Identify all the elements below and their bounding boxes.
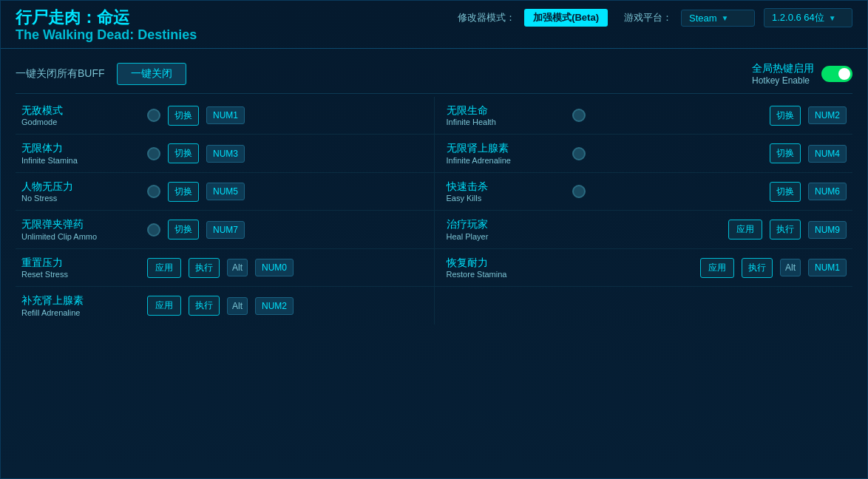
feature-en-infinite-stamina: Infinite Stamina (21, 155, 140, 166)
feature-en-no-stress: No Stress (21, 193, 140, 203)
exec-btn-heal-player[interactable]: 执行 (770, 220, 801, 239)
feature-info-reset-stress: 重置压力 Reset Stress (21, 256, 140, 279)
feature-cell-restore-stamina: 恢复耐力 Restore Stamina 应用 执行 Alt NUM1 (435, 249, 853, 286)
feature-cell-refill-adrenaline: 补充肾上腺素 Refill Adrenaline 应用 执行 Alt NUM2 (16, 287, 435, 324)
feature-en-reset-stress: Reset Stress (21, 269, 140, 279)
toggle-unlimited-ammo[interactable] (147, 223, 160, 237)
global-hotkey-toggle[interactable] (821, 66, 852, 82)
feature-row-1: 无限体力 Infinite Stamina 切换 NUM3 无限肾上腺素 Inf… (16, 135, 852, 172)
key-alt-badge-restore-stamina: Alt (780, 259, 801, 276)
feature-cell-infinite-adrenaline: 无限肾上腺素 Infinite Adrenaline 切换 NUM4 (435, 135, 853, 171)
version-value: 1.2.0.6 64位 (772, 11, 824, 24)
feature-cn-infinite-adrenaline: 无限肾上腺素 (447, 141, 565, 154)
toggle-infinite-stamina[interactable] (147, 147, 160, 160)
switch-btn-easy-kills[interactable]: 切换 (770, 182, 801, 202)
apply-btn-restore-stamina[interactable]: 应用 (700, 258, 734, 278)
feature-en-godmode: Godmode (21, 117, 140, 127)
global-left: 一键关闭所有BUFF 一键关闭 (16, 63, 186, 85)
key-badge-num2: NUM2 (808, 106, 847, 124)
toggle-easy-kills[interactable] (572, 185, 586, 198)
apply-btn-reset-stress[interactable]: 应用 (147, 258, 181, 278)
key-badge-num2-refill: NUM2 (255, 297, 294, 315)
hotkey-label-cn: 全局热键启用 (752, 62, 814, 75)
feature-cell-unlimited-ammo: 无限弹夹弹药 Unlimited Clip Ammo 切换 NUM7 (16, 211, 435, 248)
feature-cn-reset-stress: 重置压力 (21, 256, 140, 269)
toggle-infinite-adrenaline[interactable] (572, 147, 586, 160)
toggle-no-stress[interactable] (147, 185, 160, 198)
feature-row-0: 无敌模式 Godmode 切换 NUM1 无限生命 Infinite Healt… (16, 97, 852, 135)
feature-cell-no-stress: 人物无压力 No Stress 切换 NUM5 (16, 173, 435, 210)
apply-btn-refill-adrenaline[interactable]: 应用 (147, 296, 181, 316)
feature-cell-infinite-stamina: 无限体力 Infinite Stamina 切换 NUM3 (16, 135, 435, 171)
feature-en-refill-adrenaline: Refill Adrenaline (21, 308, 140, 318)
feature-cn-easy-kills: 快速击杀 (447, 180, 565, 193)
exec-btn-reset-stress[interactable]: 执行 (189, 258, 220, 278)
feature-info-heal-player: 治疗玩家 Heal Player (447, 217, 565, 241)
feature-cn-no-stress: 人物无压力 (21, 180, 140, 193)
platform-value: Steam (689, 13, 717, 24)
top-bar: 修改器模式： 加强模式(Beta) 游戏平台： Steam ▼ 1.2.0.6 … (458, 8, 852, 27)
key-badge-num0: NUM0 (255, 259, 294, 276)
feature-cn-unlimited-ammo: 无限弹夹弹药 (21, 217, 140, 231)
key-badge-num5: NUM5 (206, 183, 245, 200)
feature-cell-infinite-health: 无限生命 Infinite Health 切换 NUM2 (435, 97, 853, 134)
switch-btn-no-stress[interactable]: 切换 (168, 182, 199, 202)
feature-cell-easy-kills: 快速击杀 Easy Kills 切换 NUM6 (435, 173, 853, 210)
version-select[interactable]: 1.2.0.6 64位 ▼ (764, 8, 852, 27)
key-badge-num9: NUM9 (808, 221, 847, 239)
feature-en-unlimited-ammo: Unlimited Clip Ammo (21, 231, 140, 242)
global-right: 全局热键启用 Hotkey Enable (752, 62, 852, 86)
feature-cell-godmode: 无敌模式 Godmode 切换 NUM1 (16, 97, 435, 134)
feature-row-3: 无限弹夹弹药 Unlimited Clip Ammo 切换 NUM7 治疗玩家 … (16, 211, 852, 248)
hotkey-label-en: Hotkey Enable (752, 75, 814, 86)
mode-label: 修改器模式： (458, 11, 515, 24)
switch-btn-godmode[interactable]: 切换 (168, 106, 199, 126)
feature-cell-heal-player: 治疗玩家 Heal Player 应用 执行 NUM9 (435, 211, 853, 248)
main-content: 一键关闭所有BUFF 一键关闭 全局热键启用 Hotkey Enable 无敌模… (1, 49, 867, 478)
feature-info-godmode: 无敌模式 Godmode (21, 103, 140, 127)
platform-select[interactable]: Steam ▼ (681, 10, 755, 27)
feature-en-infinite-adrenaline: Infinite Adrenaline (447, 155, 565, 166)
feature-en-easy-kills: Easy Kills (447, 193, 565, 203)
switch-btn-infinite-adrenaline[interactable]: 切换 (770, 143, 801, 163)
key-badge-num1-restore: NUM1 (808, 259, 847, 276)
hotkey-label-group: 全局热键启用 Hotkey Enable (752, 62, 814, 86)
global-bar: 一键关闭所有BUFF 一键关闭 全局热键启用 Hotkey Enable (16, 58, 852, 94)
switch-btn-infinite-stamina[interactable]: 切换 (168, 143, 199, 163)
apply-btn-heal-player[interactable]: 应用 (728, 220, 762, 239)
key-badge-num1: NUM1 (206, 106, 245, 124)
feature-info-infinite-health: 无限生命 Infinite Health (447, 103, 565, 127)
feature-cn-infinite-health: 无限生命 (447, 103, 565, 117)
key-alt-badge-refill-adrenaline: Alt (227, 297, 248, 315)
toggle-infinite-health[interactable] (572, 109, 586, 122)
feature-cn-restore-stamina: 恢复耐力 (447, 256, 565, 269)
feature-row-2: 人物无压力 No Stress 切换 NUM5 快速击杀 Easy Kills … (16, 173, 852, 211)
mode-badge[interactable]: 加强模式(Beta) (524, 9, 608, 27)
switch-btn-infinite-health[interactable]: 切换 (770, 106, 801, 126)
feature-info-infinite-stamina: 无限体力 Infinite Stamina (21, 141, 140, 165)
switch-btn-unlimited-ammo[interactable]: 切换 (168, 220, 199, 239)
feature-info-no-stress: 人物无压力 No Stress (21, 180, 140, 203)
feature-en-infinite-health: Infinite Health (447, 117, 565, 127)
key-badge-num3: NUM3 (206, 145, 245, 163)
feature-info-refill-adrenaline: 补充肾上腺素 Refill Adrenaline (21, 293, 140, 317)
exec-btn-refill-adrenaline[interactable]: 执行 (189, 296, 220, 316)
toggle-godmode[interactable] (147, 109, 160, 122)
feature-info-unlimited-ammo: 无限弹夹弹药 Unlimited Clip Ammo (21, 217, 140, 241)
feature-cell-reset-stress: 重置压力 Reset Stress 应用 执行 Alt NUM0 (16, 249, 435, 286)
exec-btn-restore-stamina[interactable]: 执行 (742, 258, 773, 278)
key-badge-num4: NUM4 (808, 145, 847, 163)
feature-row-5: 补充肾上腺素 Refill Adrenaline 应用 执行 Alt NUM2 (16, 287, 852, 324)
chevron-down-icon: ▼ (829, 14, 836, 22)
feature-cn-godmode: 无敌模式 (21, 103, 140, 117)
one-key-close-button[interactable]: 一键关闭 (117, 63, 186, 85)
key-badge-num6: NUM6 (808, 183, 847, 200)
platform-label: 游戏平台： (624, 11, 672, 24)
feature-cn-infinite-stamina: 无限体力 (21, 141, 140, 154)
feature-info-restore-stamina: 恢复耐力 Restore Stamina (447, 256, 565, 279)
feature-info-infinite-adrenaline: 无限肾上腺素 Infinite Adrenaline (447, 141, 565, 165)
feature-cn-heal-player: 治疗玩家 (447, 217, 565, 231)
global-label: 一键关闭所有BUFF (16, 67, 105, 81)
feature-cn-refill-adrenaline: 补充肾上腺素 (21, 293, 140, 307)
feature-row-4: 重置压力 Reset Stress 应用 执行 Alt NUM0 恢复耐力 Re… (16, 249, 852, 287)
